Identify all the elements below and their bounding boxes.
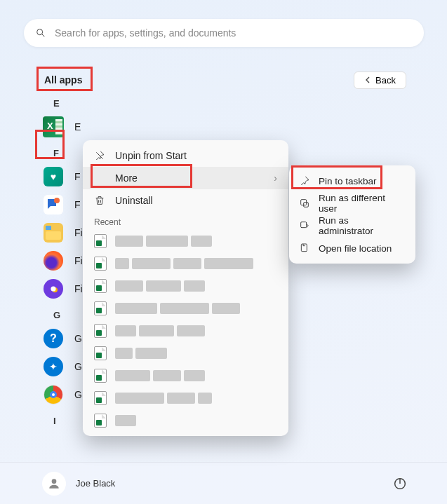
avatar xyxy=(42,472,66,496)
all-apps-label: All apps xyxy=(39,71,88,88)
app-label-family: F xyxy=(74,171,81,182)
app-label-get-help: G xyxy=(74,333,82,344)
firefox-icon xyxy=(42,250,65,272)
user-name-label: Joe Black xyxy=(76,478,115,489)
ctx-uninstall[interactable]: Uninstall xyxy=(83,189,288,212)
ctx-unpin-label: Unpin from Start xyxy=(115,150,187,161)
recent-file-3[interactable] xyxy=(83,275,288,297)
svg-rect-6 xyxy=(301,244,307,252)
shield-icon xyxy=(299,220,310,231)
svg-point-2 xyxy=(54,198,60,203)
file-explorer-icon xyxy=(42,222,65,244)
game-bar-icon xyxy=(42,355,65,378)
search-bar[interactable] xyxy=(24,19,424,47)
feedback-hub-icon xyxy=(42,193,65,216)
sub-open-file-location[interactable]: Open file location xyxy=(289,237,415,259)
svg-line-1 xyxy=(42,34,44,36)
sub-run-as-admin[interactable]: Run as administrator xyxy=(289,214,415,237)
sub-pin-to-taskbar[interactable]: Pin to taskbar xyxy=(289,170,415,192)
chevron-left-icon xyxy=(364,76,371,83)
apps-header: All apps Back xyxy=(39,69,406,91)
app-label-feedback: F xyxy=(74,199,81,210)
search-icon xyxy=(35,27,46,39)
excel-doc-icon xyxy=(94,234,107,248)
recent-file-5[interactable] xyxy=(83,320,288,342)
user-account-button[interactable]: Joe Black xyxy=(42,472,115,496)
excel-doc-icon xyxy=(94,324,107,338)
app-label-game-bar: G xyxy=(74,361,82,372)
recent-file-9[interactable] xyxy=(83,409,288,432)
recent-file-2[interactable] xyxy=(83,252,288,275)
excel-doc-icon xyxy=(94,391,107,405)
recent-file-6[interactable] xyxy=(83,342,288,365)
app-label-excel: E xyxy=(74,121,81,132)
app-label-chrome: G xyxy=(74,389,82,400)
context-submenu-more: Pin to taskbar Run as different user Run… xyxy=(289,165,415,264)
ctx-more-label: More xyxy=(115,172,138,184)
sub-diffuser-label: Run as different user xyxy=(319,193,406,214)
excel-icon xyxy=(42,116,65,138)
recent-file-8[interactable] xyxy=(83,387,288,409)
context-menu-app: Unpin from Start More › Uninstall Recent xyxy=(83,140,288,436)
start-footer: Joe Black xyxy=(0,462,447,504)
search-input[interactable] xyxy=(55,27,413,39)
back-button[interactable]: Back xyxy=(354,71,406,89)
sub-run-different-user[interactable]: Run as different user xyxy=(289,192,415,214)
app-label-firefox: Fi xyxy=(74,255,83,266)
sub-openloc-label: Open file location xyxy=(319,243,392,254)
app-row-excel[interactable]: E xyxy=(41,113,251,141)
pin-icon xyxy=(299,175,310,186)
excel-doc-icon xyxy=(94,369,107,383)
chevron-right-icon: › xyxy=(274,172,277,184)
user-swap-icon xyxy=(299,198,310,209)
excel-doc-icon xyxy=(94,257,107,271)
sub-admin-label: Run as administrator xyxy=(319,215,406,236)
excel-doc-icon xyxy=(94,279,107,293)
ctx-recent-label: Recent xyxy=(83,212,288,230)
excel-doc-icon xyxy=(94,346,107,360)
firefox-dev-icon xyxy=(42,278,65,300)
unpin-icon xyxy=(94,150,105,161)
excel-doc-icon xyxy=(94,414,107,428)
ctx-unpin-from-start[interactable]: Unpin from Start xyxy=(83,144,288,167)
spacer-icon xyxy=(94,172,105,184)
svg-point-7 xyxy=(52,479,57,484)
power-button[interactable] xyxy=(392,476,408,491)
section-letter-e[interactable]: E xyxy=(41,91,251,113)
ctx-more[interactable]: More › xyxy=(83,167,288,189)
app-label-firefox-dev: Fi xyxy=(74,283,83,294)
folder-open-icon xyxy=(299,243,310,254)
chrome-icon xyxy=(42,383,65,406)
recent-file-1[interactable] xyxy=(83,230,288,252)
sub-pin-label: Pin to taskbar xyxy=(319,176,377,186)
svg-point-0 xyxy=(37,29,43,35)
family-icon xyxy=(42,165,65,188)
excel-doc-icon xyxy=(94,301,107,315)
recent-file-4[interactable] xyxy=(83,297,288,320)
ctx-uninstall-label: Uninstall xyxy=(115,195,153,206)
svg-rect-5 xyxy=(301,222,307,228)
recent-file-7[interactable] xyxy=(83,365,288,387)
app-label-file-explorer: Fi xyxy=(74,227,83,238)
trash-icon xyxy=(94,195,105,206)
back-label: Back xyxy=(375,75,396,86)
get-help-icon xyxy=(42,327,65,350)
